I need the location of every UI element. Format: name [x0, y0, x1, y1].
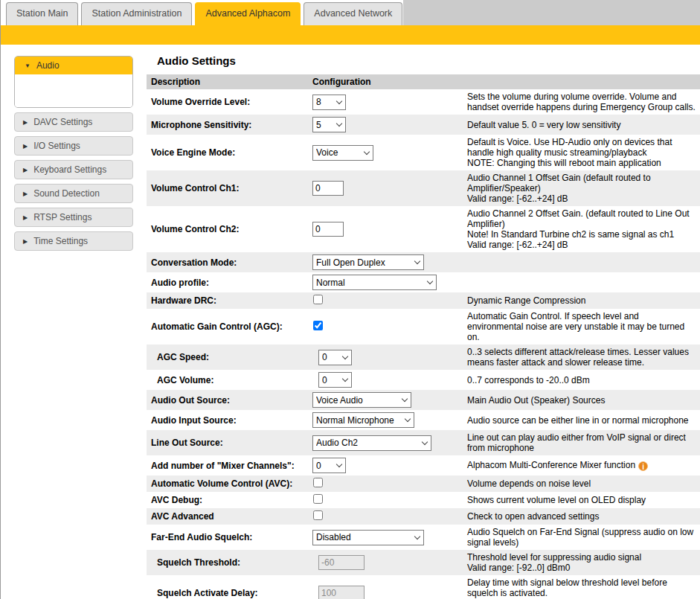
- line-out-source-help: Line out can play audio either from VoIP…: [467, 432, 700, 453]
- squelch-activate-delay-input: [318, 586, 365, 599]
- triangle-right-icon: ▶: [23, 119, 28, 126]
- automatic-gain-control-agc-label: Automatic Gain Control (AGC):: [147, 321, 308, 332]
- table-row: AVC Debug:Shows current volume level on …: [147, 492, 700, 508]
- microphone-sensitivity-select[interactable]: 5: [312, 117, 346, 132]
- hardware-drc-help: Dynamic Range Compression: [467, 295, 700, 306]
- table-row: Squelch Activate Delay:Delay time with s…: [147, 575, 700, 599]
- tab-advanced-alphacom[interactable]: Advanced Alphacom: [195, 2, 301, 25]
- far-end-audio-squelch-select[interactable]: Disabled: [312, 530, 424, 545]
- automatic-gain-control-agc-checkbox[interactable]: [313, 321, 323, 330]
- table-row: Line Out Source:Audio Ch2Line out can pl…: [147, 430, 700, 455]
- add-number-of-mixer-channels-select[interactable]: 0: [312, 458, 346, 473]
- volume-override-level-help: Sets the volume during volume override. …: [467, 92, 700, 112]
- audio-profile-select[interactable]: Normal: [312, 275, 437, 290]
- table-row: Volume Control Ch1:Audio Channel 1 Offse…: [147, 170, 700, 206]
- volume-control-ch1-label: Volume Control Ch1:: [147, 183, 308, 193]
- voice-engine-mode-help: Default is Voice. Use HD-Audio only on d…: [467, 137, 700, 168]
- squelch-threshold-label: Squelch Threshold:: [147, 557, 308, 568]
- microphone-sensitivity-help: Default value 5. 0 = very low sensitivit…: [467, 120, 700, 130]
- sidebar-item-label: Keyboard Settings: [33, 164, 106, 175]
- audio-input-source-label: Audio Input Source:: [147, 415, 308, 426]
- hardware-drc-checkbox[interactable]: [313, 295, 323, 304]
- avc-advanced-checkbox[interactable]: [313, 510, 323, 520]
- agc-volume-label: AGC Volume:: [147, 375, 308, 385]
- audio-profile-label: Audio profile:: [147, 278, 308, 288]
- accent-bar: [1, 25, 700, 45]
- triangle-right-icon: ▶: [23, 143, 28, 150]
- sidebar-item-i-o-settings[interactable]: ▶I/O Settings: [14, 136, 133, 156]
- table-row: Audio profile:Normal: [147, 272, 700, 292]
- tab-station-administration[interactable]: Station Administration: [81, 2, 192, 25]
- tab-bar: Station MainStation AdministrationAdvanc…: [1, 0, 700, 25]
- sidebar-item-label: Sound Detection: [33, 188, 100, 199]
- table-row: Volume Control Ch2:Audio Channel 2 Offse…: [147, 206, 700, 252]
- settings-table: Volume Override Level:8Sets the volume d…: [147, 89, 700, 599]
- volume-control-ch2-label: Volume Control Ch2:: [147, 224, 308, 234]
- sidebar-item-keyboard-settings[interactable]: ▶Keyboard Settings: [14, 160, 133, 179]
- audio-out-source-label: Audio Out Source:: [147, 395, 308, 406]
- volume-control-ch2-input[interactable]: [312, 222, 344, 237]
- conversation-mode-label: Conversation Mode:: [147, 257, 308, 268]
- hardware-drc-label: Hardware DRC:: [147, 295, 308, 306]
- audio-out-source-help: Main Audio Out (Speaker) Sources: [467, 395, 700, 406]
- automatic-volume-control-avc-help: Volume depends on noise level: [467, 478, 700, 489]
- sidebar-audio-panel: [15, 74, 132, 107]
- agc-volume-help: 0..7 corresponds to -20..0 dBm: [467, 375, 700, 385]
- sidebar-item-sound-detection[interactable]: ▶Sound Detection: [14, 184, 133, 203]
- add-number-of-mixer-channels-label: Add number of "Mixer Channels":: [147, 461, 308, 471]
- table-row: Conversation Mode:Full Open Duplex: [147, 252, 700, 272]
- column-header-description: Description: [147, 77, 308, 87]
- volume-control-ch2-help: Audio Channel 2 Offset Gain. (default ro…: [467, 208, 700, 250]
- avc-advanced-label: AVC Advanced: [147, 511, 308, 522]
- squelch-activate-delay-label: Squelch Activate Delay:: [147, 588, 308, 598]
- sidebar-item-davc-settings[interactable]: ▶DAVC Settings: [14, 112, 133, 132]
- sidebar-item-label: Audio: [36, 60, 60, 71]
- sidebar-item-audio[interactable]: ▼Audio: [15, 57, 132, 74]
- agc-speed-help: 0..3 selects different attack/release ti…: [467, 347, 700, 368]
- sidebar: ▼Audio ▶DAVC Settings▶I/O Settings▶Keybo…: [14, 56, 133, 599]
- conversation-mode-select[interactable]: Full Open Duplex: [312, 254, 424, 270]
- sidebar-item-rtsp-settings[interactable]: ▶RTSP Settings: [14, 208, 133, 227]
- microphone-sensitivity-label: Microphone Sensitivity:: [147, 120, 308, 130]
- sidebar-item-time-settings[interactable]: ▶Time Settings: [14, 231, 133, 251]
- far-end-audio-squelch-help: Audio Squelch on Far-End Signal (suppres…: [467, 527, 700, 548]
- volume-control-ch1-help: Audio Channel 1 Offset Gain (default rou…: [467, 173, 700, 204]
- page-title: Audio Settings: [157, 54, 700, 67]
- table-row: Audio Out Source:Voice AudioMain Audio O…: [147, 390, 700, 410]
- sidebar-items: ▶DAVC Settings▶I/O Settings▶Keyboard Set…: [14, 112, 133, 251]
- table-header: Description Configuration: [147, 74, 700, 89]
- volume-control-ch1-input[interactable]: [312, 181, 344, 196]
- voice-engine-mode-select[interactable]: Voice: [312, 145, 373, 161]
- line-out-source-select[interactable]: Audio Ch2: [312, 435, 431, 451]
- avc-advanced-help: Check to open advanced settings: [467, 511, 700, 522]
- content-area: ▼Audio ▶DAVC Settings▶I/O Settings▶Keybo…: [1, 45, 700, 599]
- avc-debug-checkbox[interactable]: [313, 494, 323, 504]
- table-row: Add number of "Mixer Channels":0Alphacom…: [147, 455, 700, 475]
- agc-volume-select[interactable]: 0: [318, 372, 352, 388]
- add-number-of-mixer-channels-help: Alphacom Multi-Conference Mixer function…: [467, 460, 700, 471]
- triangle-down-icon: ▼: [25, 63, 30, 69]
- table-row: Automatic Gain Control (AGC):Automatic G…: [147, 309, 700, 345]
- volume-override-level-select[interactable]: 8: [312, 95, 346, 110]
- tab-advanced-network[interactable]: Advanced Network: [304, 2, 402, 25]
- table-row: Hardware DRC:Dynamic Range Compression: [147, 292, 700, 309]
- table-row: Audio Input Source:Normal MicrophoneAudi…: [147, 410, 700, 430]
- info-icon[interactable]: i: [638, 461, 648, 471]
- audio-out-source-select[interactable]: Voice Audio: [312, 392, 411, 408]
- far-end-audio-squelch-label: Far-End Audio Squelch:: [147, 532, 308, 542]
- sidebar-item-label: RTSP Settings: [33, 212, 91, 222]
- agc-speed-label: AGC Speed:: [147, 352, 308, 362]
- table-row: Voice Engine Mode:VoiceDefault is Voice.…: [147, 135, 700, 170]
- automatic-volume-control-avc-checkbox[interactable]: [313, 478, 323, 487]
- audio-input-source-select[interactable]: Normal Microphone: [312, 412, 414, 428]
- column-header-configuration: Configuration: [308, 77, 467, 87]
- sidebar-item-label: DAVC Settings: [33, 117, 92, 127]
- line-out-source-label: Line Out Source:: [147, 438, 308, 448]
- main-panel: Audio Settings Description Configuration…: [147, 45, 700, 599]
- voice-engine-mode-label: Voice Engine Mode:: [147, 147, 308, 158]
- table-row: Automatic Volume Control (AVC):Volume de…: [147, 475, 700, 492]
- tab-station-main[interactable]: Station Main: [6, 2, 78, 25]
- agc-speed-select[interactable]: 0: [318, 350, 352, 365]
- sidebar-item-label: I/O Settings: [33, 141, 80, 151]
- audio-input-source-help: Audio source can be either line in or no…: [467, 415, 700, 426]
